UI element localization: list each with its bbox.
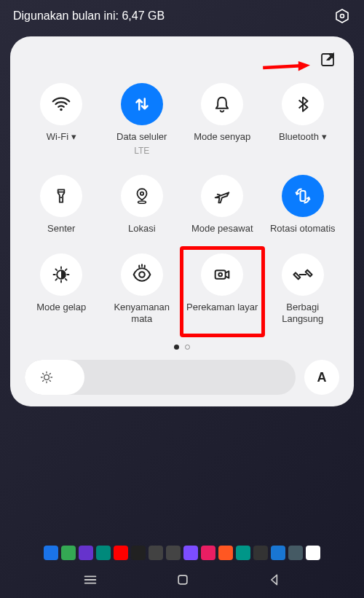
gear-hex-icon: [333, 7, 351, 25]
tile-label: Data seluler: [116, 131, 167, 143]
svg-point-8: [138, 201, 146, 203]
status-header: Digunakan bulan ini: 6,47 GB: [0, 0, 364, 29]
dock-app[interactable]: [149, 546, 163, 560]
settings-button[interactable]: [333, 7, 351, 25]
annotation-arrow: [258, 60, 310, 76]
dock-app[interactable]: [253, 546, 268, 560]
dock-app[interactable]: [96, 546, 111, 560]
svg-point-6: [60, 197, 62, 198]
tile-location-circle: [121, 175, 163, 217]
tile-silent-circle: [201, 83, 243, 125]
svg-rect-9: [300, 191, 305, 201]
svg-rect-12: [215, 270, 226, 279]
tile-rotate-circle: [282, 175, 324, 217]
tile-dark-circle: [40, 253, 82, 296]
tile-label: Wi-Fi ▾: [47, 131, 76, 143]
dock-app[interactable]: [44, 546, 58, 560]
nearby-share-icon: [292, 264, 314, 286]
svg-point-7: [141, 192, 143, 195]
svg-rect-15: [178, 575, 187, 584]
svg-marker-0: [336, 9, 348, 23]
brightness-fill: [25, 360, 84, 395]
tile-data[interactable]: Data seluler LTE: [104, 83, 181, 156]
page-dot-active: [174, 345, 179, 350]
bluetooth-icon: [293, 95, 312, 114]
auto-brightness-label: A: [317, 370, 327, 385]
dock-app[interactable]: [131, 546, 146, 560]
brightness-icon: [39, 370, 54, 385]
tile-label: Bluetooth ▾: [279, 131, 327, 143]
location-icon: [132, 186, 151, 205]
tile-eye-circle: [121, 253, 163, 296]
nav-home-button[interactable]: [175, 573, 190, 590]
edit-button[interactable]: [319, 51, 336, 71]
tile-wifi-circle: [40, 83, 82, 125]
page-dot: [185, 345, 190, 350]
tile-record-circle: [201, 253, 243, 296]
tile-share-circle: [282, 253, 324, 296]
tile-flashlight-circle: [40, 175, 82, 217]
dock-app[interactable]: [79, 546, 93, 560]
brightness-row: A: [19, 360, 345, 395]
auto-brightness-button[interactable]: A: [304, 360, 339, 395]
dock-app[interactable]: [61, 546, 76, 560]
bell-icon: [212, 94, 232, 114]
page-indicator: [19, 331, 345, 360]
rotate-icon: [293, 186, 313, 206]
tile-bluetooth-circle: [282, 83, 324, 125]
tile-flashlight[interactable]: Senter: [23, 175, 100, 235]
tile-airplane-circle: [201, 175, 243, 217]
tile-data-circle: [121, 83, 163, 125]
tile-label: Mode pesawat: [191, 223, 253, 235]
tile-screen-record[interactable]: Perekaman layar: [184, 253, 261, 324]
dock-app[interactable]: [114, 546, 128, 560]
tile-bluetooth[interactable]: Bluetooth ▾: [265, 83, 341, 156]
tile-eye-comfort[interactable]: Kenyamanan mata: [104, 253, 181, 324]
home-icon: [175, 573, 190, 587]
tile-label: Mode senyap: [194, 131, 250, 143]
tile-dark-mode[interactable]: Mode gelap: [23, 253, 100, 324]
quick-settings-panel: Wi-Fi ▾ Data seluler LTE Mode senyap: [10, 36, 354, 406]
dark-mode-icon: [51, 264, 71, 285]
wifi-icon: [50, 93, 72, 115]
tile-label: Mode gelap: [36, 302, 86, 313]
airplane-icon: [212, 186, 232, 206]
svg-point-14: [44, 375, 50, 380]
dock-app[interactable]: [201, 546, 215, 560]
tile-location[interactable]: Lokasi: [104, 175, 181, 235]
nav-back-button[interactable]: [267, 573, 282, 590]
dock-app[interactable]: [183, 546, 198, 560]
dock-app[interactable]: [218, 546, 233, 560]
tile-label: Kenyamanan mata: [104, 302, 181, 324]
data-arrows-icon: [131, 93, 153, 115]
data-usage-text: Digunakan bulan ini: 6,47 GB: [13, 9, 165, 23]
svg-point-11: [139, 272, 145, 278]
tile-label: Rotasi otomatis: [270, 223, 336, 235]
screen-record-icon: [212, 264, 232, 285]
flashlight-icon: [52, 186, 71, 205]
dock-app[interactable]: [306, 546, 320, 560]
tile-wifi[interactable]: Wi-Fi ▾: [23, 83, 100, 156]
tile-label: Berbagi Langsung: [265, 302, 341, 324]
tile-sublabel: LTE: [134, 146, 149, 156]
back-icon: [267, 573, 282, 587]
brightness-slider[interactable]: [25, 360, 296, 395]
dock-app[interactable]: [288, 546, 303, 560]
tile-airplane[interactable]: Mode pesawat: [184, 175, 261, 235]
dock-app[interactable]: [166, 546, 181, 560]
dock-app[interactable]: [236, 546, 250, 560]
edit-icon: [319, 51, 336, 68]
dock-app[interactable]: [271, 546, 285, 560]
tile-rotate[interactable]: Rotasi otomatis: [265, 175, 341, 235]
recent-icon: [82, 572, 98, 588]
nav-recent-button[interactable]: [82, 572, 98, 591]
tile-label: Lokasi: [128, 223, 156, 235]
app-dock: [0, 546, 364, 560]
tile-nearby-share[interactable]: Berbagi Langsung: [265, 253, 341, 324]
svg-marker-3: [298, 61, 310, 71]
tile-label: Perekaman layar: [186, 302, 258, 313]
tiles-grid: Wi-Fi ▾ Data seluler LTE Mode senyap: [19, 79, 345, 331]
svg-line-2: [263, 66, 301, 68]
svg-point-13: [219, 273, 223, 277]
tile-silent[interactable]: Mode senyap: [184, 83, 261, 156]
